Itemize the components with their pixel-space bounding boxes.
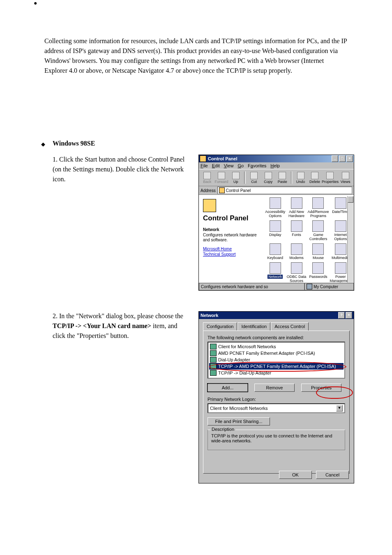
status-bar: Configures network hardware and so My Co…	[199, 282, 354, 290]
menu-file[interactable]: File	[201, 163, 208, 168]
cp-item-accessibility-options[interactable]: Accessibility Options	[265, 197, 286, 218]
panel-hero-icon	[203, 199, 216, 212]
address-value: Control Panel	[226, 188, 251, 193]
close-button[interactable]: ×	[346, 155, 353, 162]
tab-configuration[interactable]: Configuration	[203, 322, 237, 331]
file-print-sharing-button[interactable]: File and Print Sharing...	[208, 417, 270, 426]
link-tech-support[interactable]: Technical Support	[203, 252, 258, 257]
step2-text: 2. In the "Network" dialog box, please c…	[53, 311, 188, 341]
delete-icon	[311, 172, 318, 179]
tool-paste[interactable]: Paste	[276, 172, 289, 184]
component-item[interactable]: TCP/IP -> AMD PCNET Family Ethernet Adap…	[209, 363, 344, 370]
components-listbox[interactable]: Client for Microsoft NetworksAMD PCNET F…	[208, 342, 345, 379]
list-button-row: Add... Remove Properties	[208, 384, 345, 392]
menu-go[interactable]: Go	[238, 163, 244, 168]
cp-item-mouse[interactable]: Mouse	[307, 243, 329, 260]
network-dialog: Network ? × Configuration Identification…	[198, 311, 354, 483]
up-icon	[232, 172, 240, 179]
link-ms-home[interactable]: Microsoft Home	[203, 247, 258, 251]
dialog-close-button[interactable]: ×	[346, 312, 352, 319]
remove-button[interactable]: Remove	[254, 384, 295, 392]
dialog-titlebar[interactable]: Network ? ×	[199, 312, 354, 319]
cp-item-keyboard[interactable]: Keyboard	[265, 243, 286, 260]
description-text: TCP/IP is the protocol you use to connec…	[211, 433, 341, 443]
step2-b: TCP/IP -> <Your LAN card name>	[53, 322, 151, 329]
maximize-button[interactable]: □	[339, 155, 346, 162]
tool-up[interactable]: Up	[229, 172, 243, 184]
back-icon	[203, 172, 211, 179]
cp-item-fonts[interactable]: Fonts	[286, 220, 307, 241]
properties-button[interactable]: Properties	[301, 384, 341, 392]
tab-access-control[interactable]: Access Control	[271, 322, 309, 331]
cp-item-icon	[335, 220, 346, 232]
tool-delete[interactable]: Delete	[308, 172, 322, 184]
cp-item-icon	[270, 262, 281, 274]
tool-cut[interactable]: Cut	[247, 172, 261, 184]
component-item[interactable]: AMD PCNET Family Ethernet Adapter (PCI-I…	[209, 350, 344, 356]
bullet-dot: ●	[34, 0, 37, 7]
cp-item-label: Mouse	[313, 256, 324, 260]
tab-identification[interactable]: Identification	[238, 322, 270, 331]
component-label: TCP/IP -> Dial-Up Adapter	[218, 370, 271, 375]
cp-item-icon	[335, 262, 346, 274]
cp-item-label: Network	[267, 275, 283, 279]
cp-item-display[interactable]: Display	[265, 220, 286, 241]
component-label: AMD PCNET Family Ethernet Adapter (PCI-I…	[218, 351, 315, 356]
icon-grid: Accessibility OptionsAdd New HardwareAdd…	[263, 195, 354, 288]
component-item[interactable]: Dial-Up Adapter	[209, 356, 344, 363]
tool-undo[interactable]: Undo	[294, 172, 307, 184]
address-combo[interactable]: Control Panel	[217, 187, 352, 194]
cp-item-icon	[312, 220, 324, 232]
diamond-bullet: ◆	[41, 141, 45, 148]
toolbar: Back Forward Up Cut Copy Paste Undo Dele…	[199, 169, 354, 186]
cp-item-add-new-hardware[interactable]: Add New Hardware	[286, 197, 307, 218]
cancel-button[interactable]: Cancel	[316, 471, 349, 479]
help-button[interactable]: ?	[338, 312, 345, 319]
views-icon	[342, 172, 349, 179]
tool-copy[interactable]: Copy	[261, 172, 275, 184]
component-item[interactable]: TCP/IP -> Dial-Up Adapter	[209, 370, 344, 376]
panel-heading: Control Panel	[203, 215, 258, 222]
address-icon	[219, 187, 225, 193]
content-area: Control Panel Network Configures network…	[199, 195, 354, 288]
properties-icon	[326, 172, 334, 179]
cp-item-icon	[270, 197, 281, 209]
status-location: My Computer	[304, 283, 354, 290]
cp-item-game-controllers[interactable]: Game Controllers	[307, 220, 329, 241]
component-icon	[210, 370, 217, 376]
cp-item-label: Keyboard	[267, 256, 284, 260]
status-location-text: My Computer	[314, 284, 338, 289]
minimize-button[interactable]: _	[332, 155, 338, 162]
scroll-up-button[interactable]	[348, 196, 353, 203]
logon-value: Client for Microsoft Networks	[210, 406, 268, 411]
tool-views[interactable]: Views	[339, 172, 352, 184]
add-button[interactable]: Add...	[208, 384, 248, 392]
menu-favorites[interactable]: Favorites	[248, 163, 266, 168]
cp-item-modems[interactable]: Modems	[286, 243, 307, 260]
cp-item-label: Modems	[289, 256, 304, 260]
tool-forward: Forward	[215, 172, 228, 184]
menu-help[interactable]: Help	[270, 163, 280, 168]
menubar[interactable]: File Edit View Go Favorites Help	[199, 162, 354, 169]
component-label: TCP/IP -> AMD PCNET Family Ethernet Adap…	[218, 364, 336, 369]
tool-properties[interactable]: Properties	[322, 172, 338, 184]
ok-button[interactable]: OK	[279, 471, 312, 479]
tab-panel: The following network components are ins…	[203, 331, 350, 474]
menu-edit[interactable]: Edit	[212, 163, 220, 168]
logon-select[interactable]: Client for Microsoft Networks ▼	[208, 403, 345, 413]
titlebar[interactable]: Control Panel _ □ ×	[199, 155, 354, 162]
copy-icon	[265, 172, 272, 179]
description-group: Description TCP/IP is the protocol you u…	[208, 430, 345, 450]
chevron-down-icon[interactable]: ▼	[336, 405, 343, 412]
menu-view[interactable]: View	[224, 163, 234, 168]
my-computer-icon	[307, 284, 312, 289]
step1-body: Click the Start button and choose Contro…	[53, 156, 184, 183]
control-panel-window: Control Panel _ □ × File Edit View Go Fa…	[198, 155, 354, 291]
scrollbar-vertical[interactable]	[347, 196, 353, 283]
component-item[interactable]: Client for Microsoft Networks	[209, 343, 344, 350]
cp-item-add-remove-programs[interactable]: Add/Remove Programs	[307, 197, 329, 218]
component-icon	[210, 357, 217, 363]
dialog-button-row: OK Cancel	[279, 471, 349, 479]
component-label: Dial-Up Adapter	[218, 357, 250, 362]
cp-item-icon	[270, 220, 281, 232]
